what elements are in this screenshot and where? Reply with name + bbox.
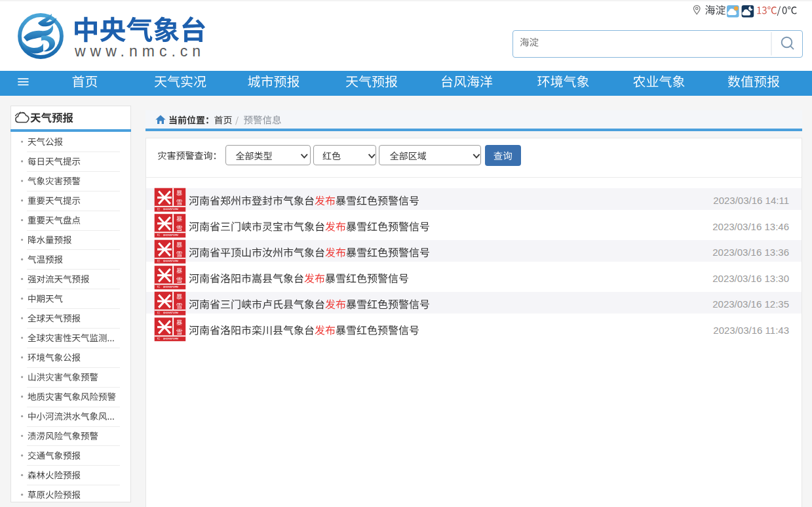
svg-text:2023/03/16 12:35: 2023/03/16 12:35	[712, 298, 789, 310]
svg-text:2023/03/16 13:30: 2023/03/16 13:30	[712, 273, 789, 284]
svg-text:2023/03/16 13:36: 2023/03/16 13:36	[712, 247, 789, 258]
svg-text:www.nmc.cn: www.nmc.cn	[74, 43, 205, 60]
svg-text:2023/03/16 13:46: 2023/03/16 13:46	[712, 221, 789, 232]
svg-text:2023/03/16 14:11: 2023/03/16 14:11	[713, 195, 789, 206]
svg-text:2023/03/16 11:43: 2023/03/16 11:43	[713, 325, 789, 336]
